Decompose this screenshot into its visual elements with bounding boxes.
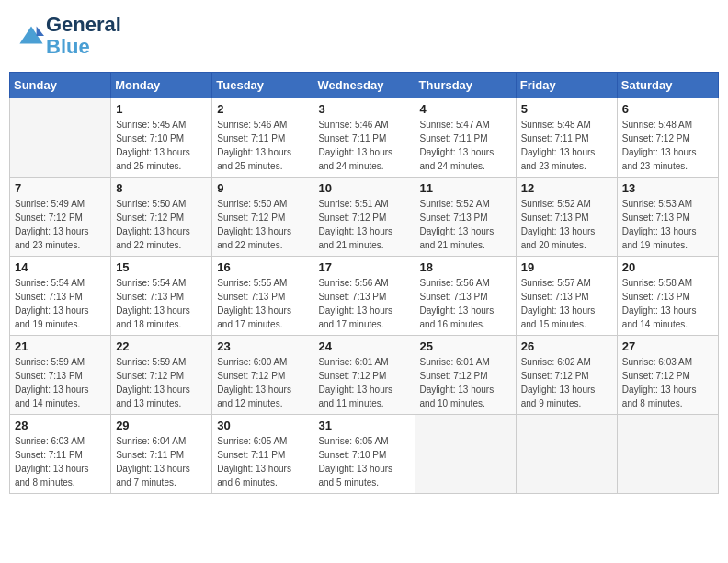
day-info: Sunrise: 5:48 AM Sunset: 7:11 PM Dayligh… (521, 118, 612, 173)
calendar-week-3: 14Sunrise: 5:54 AM Sunset: 7:13 PM Dayli… (10, 257, 719, 336)
day-number: 14 (15, 260, 106, 274)
day-number: 10 (318, 181, 409, 195)
calendar-cell: 31Sunrise: 6:05 AM Sunset: 7:10 PM Dayli… (313, 415, 415, 494)
calendar-week-2: 7Sunrise: 5:49 AM Sunset: 7:12 PM Daylig… (10, 178, 719, 257)
calendar-cell: 18Sunrise: 5:56 AM Sunset: 7:13 PM Dayli… (415, 257, 516, 336)
day-info: Sunrise: 6:03 AM Sunset: 7:12 PM Dayligh… (622, 355, 713, 410)
day-info: Sunrise: 5:50 AM Sunset: 7:12 PM Dayligh… (217, 197, 308, 252)
day-info: Sunrise: 6:02 AM Sunset: 7:12 PM Dayligh… (521, 355, 612, 410)
calendar-cell: 6Sunrise: 5:48 AM Sunset: 7:12 PM Daylig… (617, 98, 718, 178)
day-number: 11 (420, 181, 511, 195)
calendar-cell: 29Sunrise: 6:04 AM Sunset: 7:11 PM Dayli… (111, 415, 212, 494)
day-info: Sunrise: 6:03 AM Sunset: 7:11 PM Dayligh… (15, 434, 106, 489)
calendar-header: SundayMondayTuesdayWednesdayThursdayFrid… (10, 73, 719, 98)
day-info: Sunrise: 5:54 AM Sunset: 7:13 PM Dayligh… (116, 276, 207, 331)
day-number: 5 (521, 102, 612, 116)
day-number: 4 (420, 102, 511, 116)
day-number: 19 (521, 260, 612, 274)
day-info: Sunrise: 5:45 AM Sunset: 7:10 PM Dayligh… (116, 118, 207, 173)
calendar-cell: 20Sunrise: 5:58 AM Sunset: 7:13 PM Dayli… (617, 257, 718, 336)
day-info: Sunrise: 5:59 AM Sunset: 7:12 PM Dayligh… (116, 355, 207, 410)
calendar-cell: 19Sunrise: 5:57 AM Sunset: 7:13 PM Dayli… (516, 257, 617, 336)
logo-text: General Blue (46, 14, 121, 58)
day-info: Sunrise: 6:05 AM Sunset: 7:11 PM Dayligh… (217, 434, 308, 489)
day-info: Sunrise: 5:48 AM Sunset: 7:12 PM Dayligh… (622, 118, 713, 173)
calendar-cell: 15Sunrise: 5:54 AM Sunset: 7:13 PM Dayli… (111, 257, 212, 336)
calendar-week-5: 28Sunrise: 6:03 AM Sunset: 7:11 PM Dayli… (10, 415, 719, 494)
calendar-cell: 21Sunrise: 5:59 AM Sunset: 7:13 PM Dayli… (10, 336, 111, 415)
day-number: 17 (318, 260, 409, 274)
day-info: Sunrise: 5:50 AM Sunset: 7:12 PM Dayligh… (116, 197, 207, 252)
col-header-monday: Monday (111, 73, 212, 98)
calendar-cell: 17Sunrise: 5:56 AM Sunset: 7:13 PM Dayli… (313, 257, 415, 336)
day-info: Sunrise: 5:57 AM Sunset: 7:13 PM Dayligh… (521, 276, 612, 331)
calendar-cell: 14Sunrise: 5:54 AM Sunset: 7:13 PM Dayli… (10, 257, 111, 336)
day-number: 7 (15, 181, 106, 195)
day-number: 20 (622, 260, 713, 274)
calendar-cell: 13Sunrise: 5:53 AM Sunset: 7:13 PM Dayli… (617, 178, 718, 257)
calendar-cell: 2Sunrise: 5:46 AM Sunset: 7:11 PM Daylig… (212, 98, 313, 178)
day-info: Sunrise: 5:56 AM Sunset: 7:13 PM Dayligh… (420, 276, 511, 331)
calendar-cell: 26Sunrise: 6:02 AM Sunset: 7:12 PM Dayli… (516, 336, 617, 415)
calendar-cell: 10Sunrise: 5:51 AM Sunset: 7:12 PM Dayli… (313, 178, 415, 257)
day-number: 28 (15, 419, 106, 432)
calendar-cell: 22Sunrise: 5:59 AM Sunset: 7:12 PM Dayli… (111, 336, 212, 415)
day-info: Sunrise: 5:49 AM Sunset: 7:12 PM Dayligh… (15, 197, 106, 252)
day-number: 23 (217, 339, 308, 353)
day-number: 21 (15, 339, 106, 353)
day-number: 15 (116, 260, 207, 274)
calendar-cell: 1Sunrise: 5:45 AM Sunset: 7:10 PM Daylig… (111, 98, 212, 178)
calendar-cell: 24Sunrise: 6:01 AM Sunset: 7:12 PM Dayli… (313, 336, 415, 415)
day-number: 29 (116, 419, 207, 432)
day-number: 16 (217, 260, 308, 274)
day-number: 27 (622, 339, 713, 353)
calendar-cell (10, 98, 111, 178)
calendar-cell: 25Sunrise: 6:01 AM Sunset: 7:12 PM Dayli… (415, 336, 516, 415)
day-info: Sunrise: 5:52 AM Sunset: 7:13 PM Dayligh… (420, 197, 511, 252)
calendar-cell (516, 415, 617, 494)
day-number: 6 (622, 102, 713, 116)
calendar-cell: 27Sunrise: 6:03 AM Sunset: 7:12 PM Dayli… (617, 336, 718, 415)
calendar-cell: 30Sunrise: 6:05 AM Sunset: 7:11 PM Dayli… (212, 415, 313, 494)
calendar-cell: 4Sunrise: 5:47 AM Sunset: 7:11 PM Daylig… (415, 98, 516, 178)
calendar-week-4: 21Sunrise: 5:59 AM Sunset: 7:13 PM Dayli… (10, 336, 719, 415)
day-info: Sunrise: 5:56 AM Sunset: 7:13 PM Dayligh… (318, 276, 409, 331)
day-number: 12 (521, 181, 612, 195)
day-number: 2 (217, 102, 308, 116)
calendar-cell: 7Sunrise: 5:49 AM Sunset: 7:12 PM Daylig… (10, 178, 111, 257)
calendar-cell: 16Sunrise: 5:55 AM Sunset: 7:13 PM Dayli… (212, 257, 313, 336)
day-number: 24 (318, 339, 409, 353)
day-number: 26 (521, 339, 612, 353)
col-header-saturday: Saturday (617, 73, 718, 98)
calendar-cell: 23Sunrise: 6:00 AM Sunset: 7:12 PM Dayli… (212, 336, 313, 415)
logo: General Blue (18, 14, 121, 58)
day-number: 9 (217, 181, 308, 195)
calendar-week-1: 1Sunrise: 5:45 AM Sunset: 7:10 PM Daylig… (10, 98, 719, 178)
svg-marker-1 (37, 27, 44, 37)
day-info: Sunrise: 5:59 AM Sunset: 7:13 PM Dayligh… (15, 355, 106, 410)
col-header-friday: Friday (516, 73, 617, 98)
calendar-cell: 28Sunrise: 6:03 AM Sunset: 7:11 PM Dayli… (10, 415, 111, 494)
calendar-cell: 12Sunrise: 5:52 AM Sunset: 7:13 PM Dayli… (516, 178, 617, 257)
day-number: 13 (622, 181, 713, 195)
day-number: 31 (318, 419, 409, 432)
day-info: Sunrise: 5:54 AM Sunset: 7:13 PM Dayligh… (15, 276, 106, 331)
day-info: Sunrise: 5:47 AM Sunset: 7:11 PM Dayligh… (420, 118, 511, 173)
page-header: General Blue (9, 9, 719, 63)
logo-icon (18, 23, 44, 49)
day-number: 25 (420, 339, 511, 353)
col-header-tuesday: Tuesday (212, 73, 313, 98)
day-number: 22 (116, 339, 207, 353)
day-info: Sunrise: 6:00 AM Sunset: 7:12 PM Dayligh… (217, 355, 308, 410)
calendar-cell: 11Sunrise: 5:52 AM Sunset: 7:13 PM Dayli… (415, 178, 516, 257)
calendar-cell: 8Sunrise: 5:50 AM Sunset: 7:12 PM Daylig… (111, 178, 212, 257)
day-number: 8 (116, 181, 207, 195)
calendar-cell: 5Sunrise: 5:48 AM Sunset: 7:11 PM Daylig… (516, 98, 617, 178)
day-info: Sunrise: 6:01 AM Sunset: 7:12 PM Dayligh… (420, 355, 511, 410)
day-number: 30 (217, 419, 308, 432)
col-header-wednesday: Wednesday (313, 73, 415, 98)
day-info: Sunrise: 5:52 AM Sunset: 7:13 PM Dayligh… (521, 197, 612, 252)
day-info: Sunrise: 6:01 AM Sunset: 7:12 PM Dayligh… (318, 355, 409, 410)
calendar-cell: 9Sunrise: 5:50 AM Sunset: 7:12 PM Daylig… (212, 178, 313, 257)
calendar-cell (617, 415, 718, 494)
